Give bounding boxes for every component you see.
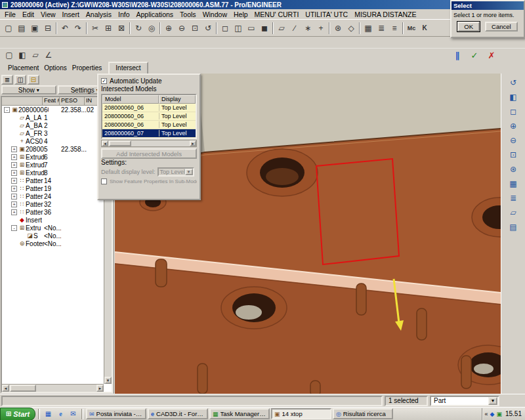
- expand-toggle-icon[interactable]: [19, 233, 25, 239]
- intersected-model-row[interactable]: 208000060_06Top Level: [102, 121, 196, 129]
- expand-toggle-icon[interactable]: [11, 138, 17, 144]
- selection-filter-combo[interactable]: Part ▾: [430, 396, 499, 406]
- expand-toggle-icon[interactable]: [11, 115, 17, 121]
- datum-display-icon[interactable]: ▱: [505, 206, 521, 219]
- save-icon[interactable]: ▣: [28, 22, 41, 35]
- hidden-line-icon[interactable]: ◫: [232, 22, 245, 35]
- tree-row[interactable]: ◪S<No...: [2, 232, 104, 240]
- wireframe-view-icon[interactable]: ◻: [505, 105, 521, 118]
- shaded-icon[interactable]: ◼: [258, 22, 271, 35]
- slot[interactable]: [156, 259, 167, 287]
- paste-icon[interactable]: ⊠: [115, 22, 128, 35]
- tree-row[interactable]: ▱A_BA2: [2, 121, 104, 129]
- expand-toggle-icon[interactable]: +: [11, 146, 17, 152]
- tree-horizontal-scrollbar[interactable]: ◄ ►: [2, 384, 104, 392]
- tree-row[interactable]: +∷Patter19: [2, 184, 104, 192]
- tab-properties[interactable]: Properties: [70, 62, 105, 74]
- tree-highlight-icon[interactable]: ◫: [14, 75, 26, 85]
- menu-view[interactable]: View: [37, 10, 59, 19]
- view-manager-icon[interactable]: ▦: [362, 22, 375, 35]
- tab-options[interactable]: Options: [41, 62, 69, 74]
- spin-center-icon[interactable]: ⊛: [331, 22, 345, 35]
- redo-icon[interactable]: ↷: [72, 22, 85, 35]
- intersected-model-row-selected[interactable]: 208000060_07Top Level: [102, 129, 196, 138]
- intersected-model-row[interactable]: 208000060_06Top Level: [102, 104, 196, 112]
- zoom-in-icon[interactable]: ⊕: [162, 22, 175, 35]
- scroll-left-icon[interactable]: ◄: [2, 385, 9, 392]
- model-tree-icon[interactable]: ≡: [388, 22, 401, 35]
- expand-toggle-icon[interactable]: +: [11, 201, 17, 207]
- repaint-icon[interactable]: ↺: [201, 22, 215, 35]
- menu-info[interactable]: Info: [115, 10, 133, 19]
- menu-file[interactable]: File: [1, 10, 19, 19]
- datum-points-icon[interactable]: ∗: [301, 22, 314, 35]
- expand-toggle-icon[interactable]: +: [11, 194, 17, 200]
- scroll-right-icon[interactable]: ►: [96, 385, 104, 392]
- expand-toggle-icon[interactable]: +: [11, 154, 17, 160]
- orient-icon[interactable]: ⊛: [505, 163, 521, 176]
- expand-toggle-icon[interactable]: +: [11, 209, 17, 215]
- menu-edit[interactable]: Edit: [19, 10, 37, 19]
- col-display[interactable]: Display: [159, 95, 196, 104]
- datum-planes-icon[interactable]: ▱: [275, 22, 288, 35]
- scroll-track[interactable]: [131, 140, 190, 146]
- tree-row-insert-here[interactable]: ◆Insert: [2, 216, 104, 224]
- menu-window[interactable]: Window: [200, 10, 230, 19]
- cut-icon[interactable]: ✂: [89, 22, 102, 35]
- task-xtop-active[interactable]: ▣ 14 xtop: [271, 408, 331, 419]
- task-risultati-ricerca[interactable]: ◎ Risultati ricerca: [333, 408, 393, 419]
- expand-toggle-icon[interactable]: +: [11, 178, 17, 184]
- expand-toggle-icon[interactable]: [11, 241, 17, 247]
- automatic-update-checkbox[interactable]: ✓: [101, 78, 107, 84]
- slot[interactable]: [356, 284, 366, 315]
- copy-icon[interactable]: ⊞: [102, 22, 115, 35]
- tree-row[interactable]: -▣20800006022.358...02: [2, 106, 104, 114]
- repaint-icon[interactable]: ↺: [505, 76, 521, 89]
- layers-icon[interactable]: ≣: [375, 22, 388, 35]
- saved-views-icon[interactable]: ◇: [345, 22, 358, 35]
- zoom-out-icon[interactable]: ⊖: [505, 134, 521, 147]
- col-feat[interactable]: Feat #: [43, 97, 60, 105]
- expand-toggle-icon[interactable]: -: [11, 225, 17, 231]
- zoom-out-icon[interactable]: ⊖: [175, 22, 188, 35]
- layers-icon[interactable]: ≣: [505, 192, 521, 205]
- menu-tools[interactable]: Tools: [177, 10, 200, 19]
- accept-icon[interactable]: ✓: [467, 50, 482, 61]
- wireframe-icon[interactable]: ◻: [219, 22, 232, 35]
- tree-row[interactable]: +∷Patter24: [2, 192, 104, 200]
- tree-list-icon[interactable]: ≣: [1, 75, 13, 85]
- expand-toggle-icon[interactable]: +: [11, 162, 17, 168]
- menu-applications[interactable]: Applications: [133, 10, 177, 19]
- plane-icon[interactable]: ▱: [29, 49, 42, 62]
- slot[interactable]: [461, 356, 471, 388]
- zoom-in-icon[interactable]: ⊕: [505, 119, 521, 133]
- tree-row[interactable]: +⊞Extrud8: [2, 169, 104, 177]
- title-bar[interactable]: 208000060 (Active) Z:\GW\W208-W30S\W208-…: [0, 0, 525, 9]
- tree-row[interactable]: ▱A_FR3: [2, 129, 104, 137]
- display-level-combo[interactable]: Top Level ▾: [158, 167, 194, 177]
- task-posta-inviata[interactable]: ✉ Posta inviata - Microsof...: [86, 408, 146, 419]
- expand-toggle-icon[interactable]: [11, 217, 17, 223]
- datum-axes-icon[interactable]: ∕: [288, 22, 301, 35]
- add-intersected-models-button[interactable]: Add Intersected Models: [101, 148, 197, 159]
- show-dropdown[interactable]: Show▾: [1, 85, 56, 94]
- tab-intersect[interactable]: Intersect: [108, 62, 148, 74]
- scroll-down-icon[interactable]: ▼: [104, 377, 112, 384]
- col-peso[interactable]: PESO: [60, 97, 85, 105]
- internet-explorer-icon[interactable]: e: [55, 409, 66, 419]
- menu-curti[interactable]: MENU' CURTI: [251, 10, 303, 19]
- refit-icon[interactable]: ⊡: [188, 22, 201, 35]
- table-horizontal-scrollbar[interactable]: ◄ ►: [101, 140, 197, 147]
- tree-row[interactable]: +⊞Extrud6: [2, 153, 104, 161]
- regenerate-icon[interactable]: ↻: [132, 22, 145, 35]
- search-icon[interactable]: ◎: [145, 22, 158, 35]
- task-cad3d-forum[interactable]: e CAD3D.it - Forum - Risp...: [148, 408, 208, 419]
- expand-toggle-icon[interactable]: -: [4, 107, 10, 113]
- tree-row[interactable]: +⊞Extrud7: [2, 161, 104, 169]
- pause-icon[interactable]: ∥: [450, 50, 465, 61]
- expand-toggle-icon[interactable]: +: [11, 186, 17, 192]
- tray-chevron-icon[interactable]: «: [485, 411, 488, 417]
- menu-insert[interactable]: Insert: [59, 10, 83, 19]
- cancel-icon[interactable]: ✗: [484, 50, 499, 61]
- shaded-view-icon[interactable]: ◧: [505, 91, 521, 104]
